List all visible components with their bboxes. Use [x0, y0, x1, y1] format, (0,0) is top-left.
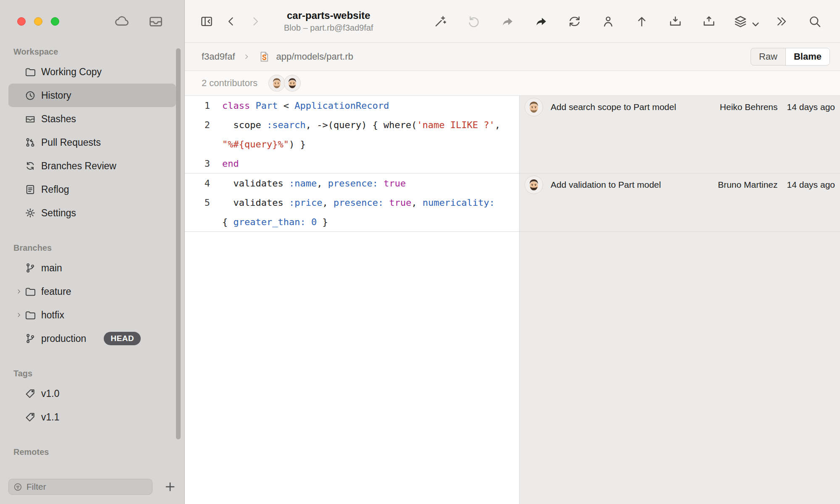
breadcrumb: f3ad9faf app/models/part.rb Raw Blame	[185, 43, 840, 71]
sidebar-item-working-copy[interactable]: Working Copy	[8, 60, 176, 84]
breadcrumb-commit[interactable]: f3ad9faf	[202, 51, 235, 62]
code-line: 4 validates :name, presence: true	[185, 173, 519, 193]
undo-button[interactable]	[465, 12, 483, 31]
filter-icon	[13, 482, 26, 492]
twisty-spacer	[13, 209, 24, 217]
checkout-button[interactable]	[532, 12, 550, 31]
blame-annotation[interactable]: Add search scope to Part modelHeiko Behr…	[520, 96, 840, 116]
contributor-avatar[interactable]	[284, 75, 301, 92]
sidebar-item-v1-0[interactable]: v1.0	[8, 382, 176, 405]
sidebar-item-history[interactable]: History	[8, 84, 176, 107]
toolbar-left-group	[197, 12, 265, 31]
branches-review-icon	[24, 160, 36, 172]
code-line: 1class Part < ApplicationRecord	[185, 96, 519, 115]
chevron-right-icon	[242, 52, 251, 61]
sidebar: WorkspaceWorking CopyHistoryStashesPull …	[0, 0, 185, 504]
search-button[interactable]	[806, 12, 824, 31]
blame-button[interactable]: Blame	[785, 48, 830, 65]
workspaces-button[interactable]	[733, 14, 757, 29]
twisty-spacer	[13, 389, 24, 398]
twisty-spacer	[13, 264, 24, 272]
traffic-lights	[17, 17, 59, 26]
person-button[interactable]	[599, 12, 617, 31]
tag-icon	[24, 388, 36, 399]
code-text: validates :price, presence: true, numeri…	[222, 197, 495, 208]
repository-panel-button[interactable]	[197, 12, 216, 31]
zoom-window-button[interactable]	[51, 17, 59, 26]
filter-field[interactable]	[8, 479, 152, 495]
code-column: 4 validates :name, presence: true5 valid…	[185, 173, 520, 231]
twisty-spacer	[13, 115, 24, 123]
folder-icon	[24, 309, 36, 321]
blame-annotation[interactable]: Add validation to Part modelBruno Martin…	[520, 173, 840, 194]
sidebar-item-pull-requests[interactable]: Pull Requests	[8, 131, 176, 154]
code-text: class Part < ApplicationRecord	[222, 100, 389, 111]
code-line: 2 scope :search, ->(query) { where('name…	[185, 115, 519, 134]
sidebar-item-feature[interactable]: feature	[8, 280, 176, 303]
window-subtitle: Blob – part.rb@f3ad9faf	[284, 23, 373, 33]
line-number: 1	[185, 100, 210, 111]
drawer-icon[interactable]	[148, 13, 164, 29]
code-text: { greater_than: 0 }	[222, 217, 328, 227]
blame-block: 4 validates :name, presence: true5 valid…	[185, 173, 840, 231]
view-mode-segmented-control: Raw Blame	[751, 48, 830, 66]
head-badge: HEAD	[104, 332, 141, 345]
gear-icon	[24, 207, 36, 219]
sidebar-section-branches: BranchesmainfeaturehotfixproductionHEAD	[0, 243, 184, 350]
sidebar-item-label: v1.1	[41, 412, 59, 423]
redo-button[interactable]	[498, 12, 517, 31]
sidebar-item-label: hotfix	[41, 310, 64, 321]
sidebar-item-production[interactable]: productionHEAD	[8, 327, 176, 350]
add-button[interactable]	[163, 480, 177, 494]
sidebar-item-v1-1[interactable]: v1.1	[8, 405, 176, 429]
sidebar-navigation: WorkspaceWorking CopyHistoryStashesPull …	[0, 43, 184, 476]
commit-author-avatar	[525, 176, 543, 194]
twisty-spacer	[13, 68, 24, 76]
sidebar-scrollbar[interactable]	[176, 48, 181, 439]
stash-save-button[interactable]	[666, 12, 685, 31]
sidebar-item-reflog[interactable]: Reflog	[8, 178, 176, 201]
sidebar-item-stashes[interactable]: Stashes	[8, 107, 176, 131]
push-button[interactable]	[633, 12, 651, 31]
code-line: 5 validates :price, presence: true, nume…	[185, 193, 519, 212]
blame-block: 1class Part < ApplicationRecord2 scope :…	[185, 96, 840, 173]
sidebar-item-label: Settings	[41, 207, 76, 219]
breadcrumb-path[interactable]: app/models/part.rb	[276, 51, 353, 62]
raw-button[interactable]: Raw	[751, 48, 785, 65]
stash-icon	[24, 113, 36, 125]
overflow-button[interactable]	[772, 12, 790, 31]
sidebar-item-label: Branches Review	[41, 160, 116, 172]
code-column: 1class Part < ApplicationRecord2 scope :…	[185, 96, 520, 173]
contributor-avatar[interactable]	[268, 75, 285, 92]
sidebar-item-main[interactable]: main	[8, 256, 176, 280]
code-text: end	[222, 158, 239, 169]
file-icon	[258, 50, 270, 63]
sidebar-item-settings[interactable]: Settings	[8, 201, 176, 225]
filter-input[interactable]	[26, 482, 148, 492]
twisty-spacer	[13, 138, 24, 147]
cloud-icon[interactable]	[114, 13, 130, 29]
code-line: 3end	[185, 154, 519, 173]
sidebar-item-label: main	[41, 262, 62, 274]
sidebar-item-branches-review[interactable]: Branches Review	[8, 154, 176, 178]
toolbar: car-parts-website Blob – part.rb@f3ad9fa…	[185, 0, 840, 43]
commit-author-avatar	[525, 98, 543, 116]
sidebar-section-remotes: Remotes	[0, 447, 184, 457]
twisty-spacer	[13, 334, 24, 343]
rebase-button[interactable]	[565, 12, 584, 31]
stash-pop-button[interactable]	[700, 12, 718, 31]
blame-view: 1class Part < ApplicationRecord2 scope :…	[185, 96, 840, 504]
blame-column: Add search scope to Part modelHeiko Behr…	[520, 96, 840, 173]
forward-button[interactable]	[246, 12, 265, 31]
quick-actions-button[interactable]	[431, 12, 449, 31]
sidebar-item-hotfix[interactable]: hotfix	[8, 303, 176, 327]
minimize-window-button[interactable]	[34, 17, 42, 26]
sidebar-top-icons	[114, 13, 184, 29]
close-window-button[interactable]	[17, 17, 26, 26]
sidebar-item-label: Pull Requests	[41, 137, 101, 148]
window-title-block: car-parts-website Blob – part.rb@f3ad9fa…	[284, 10, 373, 33]
back-button[interactable]	[222, 12, 240, 31]
chevron-right-icon	[13, 311, 24, 319]
folder-icon	[24, 66, 36, 78]
sidebar-item-label: History	[41, 90, 71, 101]
